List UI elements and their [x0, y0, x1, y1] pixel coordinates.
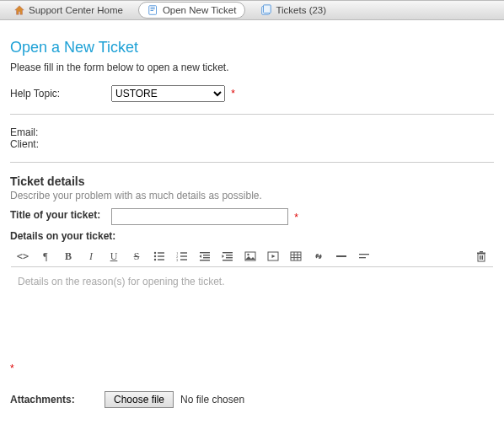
help-topic-select[interactable]: USTORE: [111, 85, 225, 102]
email-label: Email:: [10, 126, 494, 138]
svg-rect-15: [180, 255, 187, 256]
file-status: No file chosen: [180, 394, 244, 405]
svg-rect-18: [200, 252, 210, 253]
link-icon[interactable]: [312, 250, 325, 263]
help-topic-label: Help Topic:: [10, 88, 111, 99]
nav-tickets-label: Tickets (23): [276, 5, 326, 15]
choose-file-button[interactable]: Choose file: [105, 391, 174, 408]
details-textarea[interactable]: Details on the reason(s) for opening the…: [11, 267, 493, 360]
svg-rect-5: [264, 5, 271, 13]
divider: [10, 162, 494, 163]
svg-rect-39: [480, 251, 483, 253]
italic-icon[interactable]: I: [84, 250, 98, 263]
svg-rect-23: [226, 255, 233, 255]
svg-rect-9: [158, 255, 164, 256]
svg-point-6: [154, 252, 156, 254]
ordered-list-icon[interactable]: 123: [175, 250, 189, 263]
image-icon[interactable]: [244, 250, 257, 263]
required-marker: *: [231, 88, 235, 99]
ticket-details-label: Details on your ticket:: [10, 230, 494, 242]
editor-toolbar: <> ¶ B I U S 123: [11, 246, 493, 267]
svg-rect-2: [150, 8, 154, 9]
more-icon[interactable]: [357, 250, 371, 263]
svg-rect-11: [158, 259, 164, 260]
nav-tickets[interactable]: Tickets (23): [252, 3, 335, 18]
required-marker: *: [294, 212, 298, 223]
ticket-details-heading: Ticket details: [10, 175, 494, 188]
tickets-icon: [260, 4, 272, 16]
indent-icon[interactable]: [221, 250, 234, 263]
client-label: Client:: [10, 138, 494, 150]
horizontal-rule-icon[interactable]: [335, 250, 348, 263]
nav-home-label: Support Center Home: [29, 5, 123, 15]
page-title: Open a New Ticket: [10, 39, 494, 56]
nav-home[interactable]: Support Center Home: [5, 3, 131, 18]
bold-icon[interactable]: B: [62, 250, 75, 263]
divider: [10, 114, 494, 115]
underline-icon[interactable]: U: [107, 250, 121, 263]
ticket-details-subheading: Describe your problem with as much detai…: [10, 190, 494, 201]
required-marker: *: [10, 362, 494, 374]
outdent-icon[interactable]: [198, 250, 212, 263]
svg-rect-20: [203, 257, 210, 258]
svg-point-27: [247, 254, 249, 255]
home-icon: [13, 4, 25, 16]
rich-text-editor: <> ¶ B I U S 123: [10, 245, 494, 361]
strike-icon[interactable]: S: [130, 250, 143, 263]
svg-rect-13: [180, 252, 187, 253]
video-icon[interactable]: [266, 250, 280, 263]
svg-rect-19: [203, 255, 210, 255]
svg-point-8: [154, 255, 156, 257]
trash-icon[interactable]: [475, 250, 488, 263]
table-icon[interactable]: [289, 250, 303, 263]
new-ticket-icon: [147, 4, 159, 16]
svg-rect-38: [477, 253, 485, 255]
svg-rect-1: [150, 8, 154, 8]
svg-point-10: [154, 259, 156, 260]
svg-rect-34: [336, 255, 346, 257]
top-nav: Support Center Home Open New Ticket Tick…: [0, 0, 504, 20]
svg-text:3: 3: [176, 258, 179, 262]
svg-rect-3: [150, 10, 153, 11]
svg-rect-36: [359, 257, 366, 258]
ticket-title-input[interactable]: [111, 208, 288, 225]
svg-rect-7: [158, 252, 164, 253]
svg-rect-17: [180, 259, 187, 260]
paragraph-icon[interactable]: ¶: [39, 250, 52, 263]
unordered-list-icon[interactable]: [153, 250, 166, 263]
svg-rect-24: [226, 257, 233, 258]
code-view-icon[interactable]: <>: [16, 250, 29, 263]
page-intro: Please fill in the form below to open a …: [10, 62, 494, 73]
svg-rect-29: [291, 252, 301, 260]
nav-open-new-label: Open New Ticket: [163, 5, 237, 15]
nav-open-new-ticket[interactable]: Open New Ticket: [138, 2, 246, 19]
ticket-title-label: Title of your ticket:: [10, 209, 111, 221]
attachments-label: Attachments:: [10, 394, 94, 405]
svg-rect-22: [223, 252, 233, 253]
svg-rect-25: [223, 260, 233, 260]
svg-rect-35: [359, 254, 369, 255]
svg-rect-21: [200, 260, 210, 260]
